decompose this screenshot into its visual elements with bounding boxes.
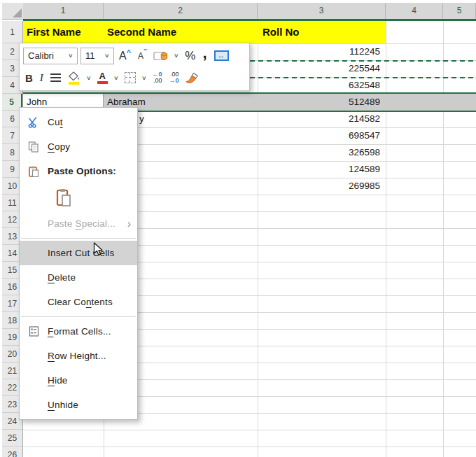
arrow-cursor-icon: [93, 242, 105, 257]
comma-style-button[interactable]: ,: [200, 47, 209, 65]
menu-separator: [21, 238, 136, 239]
increase-decimal-bottom: →0: [169, 77, 178, 84]
horizontal-arrow-icon: ↔: [218, 52, 225, 59]
paste-button[interactable]: [56, 188, 71, 206]
bold-button[interactable]: B: [23, 69, 35, 87]
cell-second-name-row6-fragment[interactable]: y: [139, 111, 144, 127]
menu-item-paste-special: Paste Special... ›: [20, 211, 137, 236]
chevron-down-icon[interactable]: ∨: [84, 75, 93, 81]
menu-item-label: Hide: [48, 375, 68, 386]
font-name-combobox[interactable]: Calibri ∨: [23, 48, 78, 64]
cell-roll-row9[interactable]: 124589: [258, 161, 380, 178]
cell-roll-row3[interactable]: 225544: [258, 60, 380, 77]
submenu-chevron-icon: ›: [127, 218, 131, 230]
accounting-format-button[interactable]: [151, 47, 170, 65]
decrease-decimal-icon: ←0 .00: [152, 71, 162, 85]
row-header-26[interactable]: 26: [2, 447, 22, 457]
cell-roll-row8[interactable]: 326598: [258, 144, 380, 161]
cell-roll-no-header[interactable]: Roll No: [262, 21, 300, 43]
increase-decimal-button[interactable]: .00 →0: [167, 69, 181, 87]
font-color-button[interactable]: A: [95, 69, 110, 87]
paste-options-row: [20, 183, 137, 211]
font-size-value: 11: [85, 50, 95, 61]
column-header-4[interactable]: 4: [386, 3, 443, 19]
cell-roll-row4[interactable]: 632548: [258, 77, 380, 94]
menu-item-copy[interactable]: Copy: [20, 134, 137, 159]
comma-icon: ,: [202, 44, 206, 62]
chevron-down-icon[interactable]: ∨: [103, 52, 112, 59]
select-all-corner[interactable]: [2, 3, 24, 20]
header-row-yellow[interactable]: First Name Second Name Roll No: [23, 21, 386, 43]
context-menu: Cut Copy Paste Options: Paste Special...…: [19, 107, 138, 420]
mini-toolbar: Calibri ∨ 11 ∨ A^ Aˇ ∨ % ,: [19, 43, 250, 91]
menu-item-label: Cut: [48, 117, 63, 127]
decrease-decimal-button[interactable]: ←0 .00: [150, 69, 164, 87]
column-header-1[interactable]: 1: [23, 3, 104, 19]
increase-font-size-button[interactable]: A^: [117, 47, 133, 65]
cell-roll-row2[interactable]: 112245: [258, 43, 380, 60]
cell-roll-row5[interactable]: 512489: [258, 94, 380, 111]
format-cells-icon: [20, 326, 48, 337]
menu-item-clear-contents[interactable]: Clear Contents: [20, 290, 137, 314]
grow-font-icon: A: [119, 50, 127, 62]
column-header-3[interactable]: 3: [258, 3, 386, 19]
font-name-value: Calibri: [28, 50, 54, 61]
down-caret-icon: ˇ: [144, 48, 146, 58]
menu-item-format-cells[interactable]: Format Cells...: [20, 319, 137, 344]
menu-item-insert-cut-cells[interactable]: Insert Cut Cells: [20, 241, 137, 265]
menu-item-label: Delete: [48, 272, 76, 283]
fill-color-button[interactable]: [66, 69, 83, 87]
mouse-cursor: [93, 242, 105, 260]
menu-item-cut[interactable]: Cut: [20, 110, 137, 134]
percent-style-button[interactable]: %: [183, 47, 197, 65]
menu-item-delete[interactable]: Delete: [20, 265, 137, 290]
mini-toolbar-row-1: Calibri ∨ 11 ∨ A^ Aˇ ∨ % ,: [23, 45, 246, 67]
menu-item-hide[interactable]: Hide: [20, 368, 137, 393]
cell-first-name-header[interactable]: First Name: [27, 21, 81, 43]
menu-item-label: Clear Contents: [48, 297, 113, 307]
column-header-2[interactable]: 2: [104, 3, 258, 19]
italic-button[interactable]: I: [38, 69, 46, 87]
menu-item-label: Paste Special...: [48, 218, 115, 229]
shrink-font-icon: A: [138, 51, 144, 61]
select-all-triangle-icon: [13, 8, 22, 17]
cell-second-name-header[interactable]: Second Name: [107, 21, 176, 43]
decrease-font-size-button[interactable]: Aˇ: [136, 47, 148, 65]
chevron-down-icon[interactable]: ∨: [111, 75, 120, 81]
font-size-combobox[interactable]: 11 ∨: [80, 48, 114, 64]
row-header-1[interactable]: 1: [2, 21, 22, 43]
paint-bucket-icon: [68, 71, 80, 81]
chevron-down-icon[interactable]: ∨: [66, 52, 76, 59]
chevron-down-icon[interactable]: ∨: [139, 75, 148, 81]
cell-roll-row7[interactable]: 698547: [258, 127, 380, 144]
excel-sheet-view: 1 2 3 4 5 123456789101112131415161718192…: [0, 0, 476, 457]
cell-roll-row6[interactable]: 214582: [258, 111, 380, 127]
menu-item-label: Paste Options:: [48, 166, 116, 176]
merge-center-icon: ↔: [214, 50, 229, 61]
row-header-25[interactable]: 25: [2, 430, 22, 447]
decrease-decimal-bottom: .00: [153, 77, 162, 84]
italic-icon: I: [40, 72, 43, 84]
borders-button[interactable]: [122, 69, 138, 87]
mini-toolbar-row-2: B I ∨ A ∨ ∨ ←0 .00: [23, 67, 246, 90]
percent-icon: %: [185, 49, 195, 63]
format-painter-brush-icon: [186, 72, 199, 84]
up-caret-icon: ^: [127, 48, 131, 57]
chevron-down-icon[interactable]: ∨: [172, 52, 181, 59]
clipboard-icon: [20, 166, 48, 177]
menu-separator: [21, 316, 136, 317]
menu-item-row-height[interactable]: Row Height...: [20, 344, 137, 368]
merge-center-button[interactable]: ↔: [212, 47, 231, 65]
fill-color-swatch: [69, 82, 79, 85]
format-painter-button[interactable]: [183, 69, 201, 87]
align-center-button[interactable]: [48, 69, 63, 87]
menu-item-label: Copy: [48, 141, 70, 152]
menu-item-unhide[interactable]: Unhide: [20, 393, 137, 417]
column-header-5[interactable]: 5: [443, 3, 476, 19]
copy-icon: [20, 141, 48, 153]
bold-icon: B: [25, 72, 33, 84]
menu-item-label: Row Height...: [48, 351, 106, 361]
cell-roll-row10[interactable]: 269985: [258, 178, 380, 195]
align-center-icon: [50, 73, 61, 82]
scissors-icon: [20, 117, 48, 128]
